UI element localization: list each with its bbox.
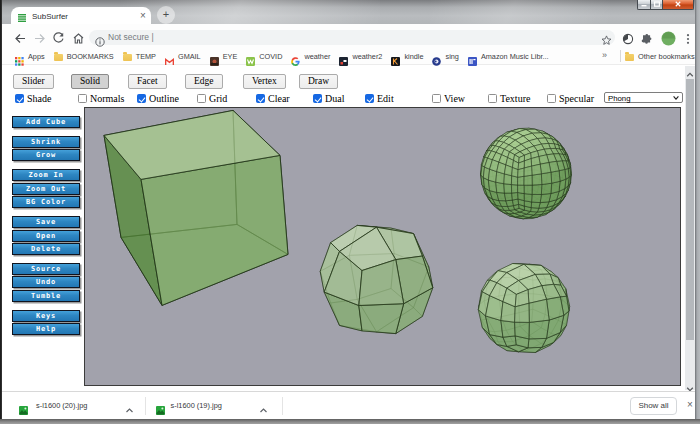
bookmark-label: weather2 (352, 52, 382, 61)
checkbox-specular[interactable]: Specular (547, 93, 594, 104)
bookmark-label: kindle (404, 52, 423, 61)
maximize-button[interactable] (650, 0, 663, 10)
bookmark-covid[interactable]: COVID (246, 52, 282, 61)
security-status-text: Not secure (108, 32, 149, 42)
webgl-canvas[interactable] (84, 107, 681, 386)
sidebar-button-zoom-out[interactable]: Zoom Out (12, 183, 80, 195)
specular-checkbox-box[interactable] (547, 94, 556, 103)
scrollbar-up-arrow[interactable] (685, 66, 695, 76)
shade-checkbox-box[interactable] (15, 94, 24, 103)
sidebar-button-keys[interactable]: Keys (12, 310, 80, 322)
checkbox-label: Shade (27, 93, 51, 104)
checkbox-clear[interactable]: Clear (256, 93, 290, 104)
bookmark-label: COVID (259, 52, 282, 61)
sidebar-button-undo[interactable]: Undo (12, 276, 80, 288)
minimize-button[interactable] (637, 0, 650, 10)
sidebar-button-add-cube[interactable]: Add Cube (12, 116, 80, 128)
download-item-chevron[interactable] (125, 401, 134, 419)
download-filename[interactable]: s-l1600 (20).jpg (36, 401, 87, 410)
sidebar-button-grow[interactable]: Grow (12, 149, 80, 161)
texture-checkbox-box[interactable] (488, 94, 497, 103)
checkbox-label: Normals (90, 93, 124, 104)
outline-checkbox-box[interactable] (137, 94, 146, 103)
other-bookmarks-folder[interactable]: Other bookmarks (625, 47, 695, 65)
normals-checkbox-box[interactable] (78, 94, 87, 103)
sidebar-button-help[interactable]: Help (12, 323, 80, 335)
checkbox-outline[interactable]: Outline (137, 93, 179, 104)
shading-select[interactable]: Phong (604, 92, 683, 103)
bookmark-weather[interactable]: weather (291, 52, 330, 61)
weather2-icon (339, 52, 348, 61)
bookmark-label: EYE (223, 52, 238, 61)
checkbox-label: Edit (377, 93, 394, 104)
sidebar-group: Zoom InZoom OutBG Color (12, 169, 80, 208)
sidebar-button-bg-color[interactable]: BG Color (12, 196, 80, 208)
scrollbar-thumb[interactable] (686, 79, 694, 340)
checkbox-grid[interactable]: Grid (197, 93, 227, 104)
tab-close-icon[interactable]: × (136, 9, 150, 23)
sidebar-button-save[interactable]: Save (12, 216, 80, 228)
bookmark-gmail[interactable]: GMAIL (165, 52, 201, 61)
checkbox-view[interactable]: View (432, 93, 465, 104)
bookmark-apps[interactable]: Apps (15, 52, 45, 61)
mode-button-slider[interactable]: Slider (13, 74, 54, 89)
bookmark-weather2[interactable]: weather2 (339, 52, 382, 61)
sidebar-button-zoom-in[interactable]: Zoom In (12, 169, 80, 181)
page-scrollbar[interactable] (685, 66, 695, 390)
dual-checkbox-box[interactable] (313, 94, 322, 103)
checkbox-label: Texture (500, 93, 530, 104)
mode-button-edge[interactable]: Edge (185, 74, 223, 89)
checkbox-label: View (444, 93, 465, 104)
sidebar-button-delete[interactable]: Delete (12, 243, 80, 255)
browser-tab[interactable]: SubSurfer × (11, 7, 151, 24)
tab-title: SubSurfer (32, 11, 68, 22)
bookmark-temp[interactable]: TEMP (123, 52, 156, 61)
covid-icon (246, 52, 255, 61)
bookmark-kindle[interactable]: kindle (391, 52, 423, 61)
address-bar[interactable]: Not secure | (89, 30, 615, 45)
bookmark-label: TEMP (136, 52, 156, 61)
checkbox-edit[interactable]: Edit (365, 93, 394, 104)
download-item-chevron[interactable] (259, 401, 268, 419)
checkbox-dual[interactable]: Dual (313, 93, 344, 104)
gmail-icon (165, 52, 174, 61)
mode-button-vertex[interactable]: Vertex (243, 74, 286, 89)
titlebar-gloss (430, 0, 610, 24)
folder-icon-shape (123, 54, 132, 61)
bookmark-label: sing (445, 52, 458, 61)
kindle-icon (391, 52, 400, 61)
close-button[interactable] (663, 0, 694, 10)
shading-select-value: Phong (608, 94, 631, 103)
mode-button-solid[interactable]: Solid (71, 74, 109, 89)
view-checkbox-box[interactable] (432, 94, 441, 103)
scrollbar-down-arrow[interactable] (685, 380, 695, 390)
window-frame-left (0, 0, 2, 424)
bookmark-amazon-music-libr[interactable]: Amazon Music Libr... (468, 52, 549, 61)
new-tab-button[interactable]: + (157, 6, 175, 24)
sidebar-button-source[interactable]: Source (12, 263, 80, 275)
sidebar-button-tumble[interactable]: Tumble (12, 290, 80, 302)
checkbox-shade[interactable]: Shade (15, 93, 51, 104)
bookmarks-separator (620, 50, 621, 62)
checkbox-normals[interactable]: Normals (78, 93, 124, 104)
bookmark-bookmarks[interactable]: BOOKMARKS (54, 52, 114, 61)
bookmark-label: GMAIL (178, 52, 201, 61)
edit-checkbox-box[interactable] (365, 94, 374, 103)
bookmark-sing[interactable]: sing (432, 52, 458, 61)
folder-icon-shape (625, 54, 634, 61)
download-filename[interactable]: s-l1600 (19).jpg (171, 401, 222, 410)
grid-checkbox-box[interactable] (197, 94, 206, 103)
checkbox-label: Grid (209, 93, 227, 104)
title-bar: SubSurfer × + (0, 0, 700, 24)
checkbox-label: Outline (149, 93, 179, 104)
sidebar-button-open[interactable]: Open (12, 230, 80, 242)
mode-button-facet[interactable]: Facet (128, 74, 167, 89)
bookmarks-overflow-chevron[interactable]: » (602, 50, 607, 60)
checkbox-texture[interactable]: Texture (488, 93, 530, 104)
mode-button-draw[interactable]: Draw (299, 74, 338, 89)
bookmark-eye[interactable]: EYE (210, 52, 238, 61)
sidebar-button-shrink[interactable]: Shrink (12, 136, 80, 148)
clear-checkbox-box[interactable] (256, 94, 265, 103)
show-all-downloads-button[interactable]: Show all (630, 397, 677, 415)
download-separator (145, 397, 146, 415)
